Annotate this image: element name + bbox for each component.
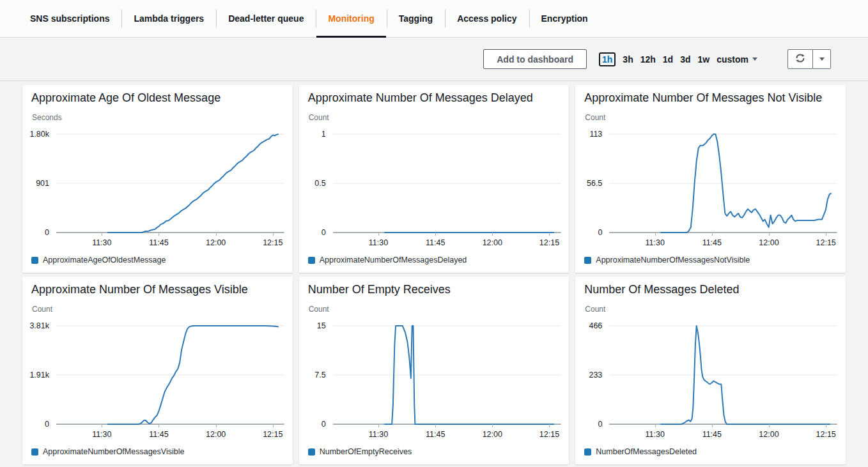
- chart-canvas: [609, 326, 837, 424]
- x-tick-label: 11:45: [149, 430, 168, 439]
- chart-plot-area[interactable]: 157.5011:3011:4512:0012:15: [333, 326, 561, 424]
- tab-encryption[interactable]: Encryption: [529, 0, 600, 37]
- x-tick-mark: [712, 424, 713, 427]
- y-tick-label: 56.5: [587, 179, 602, 188]
- chart-plot-area[interactable]: 3.81k1.91k011:3011:4512:0012:15: [56, 326, 284, 424]
- refresh-options-button[interactable]: [813, 49, 831, 69]
- x-tick-label: 12:15: [263, 238, 283, 247]
- chevron-down-icon: [752, 57, 757, 61]
- y-tick-label: 1.91k: [29, 371, 49, 379]
- tab-access-policy[interactable]: Access policy: [445, 0, 529, 37]
- x-tick-mark: [769, 233, 770, 236]
- time-range-custom-label: custom: [717, 54, 748, 65]
- time-range-custom[interactable]: custom: [717, 54, 757, 65]
- tab-sns-subscriptions[interactable]: SNS subscriptions: [18, 0, 121, 37]
- chart-card-approximate-number-of-messages-delayed: Approximate Number Of Messages Delayed C…: [299, 85, 570, 273]
- x-tick-mark: [492, 424, 493, 427]
- x-tick-mark: [378, 233, 379, 236]
- y-tick-label: 0: [322, 420, 326, 429]
- time-range-3h[interactable]: 3h: [623, 54, 633, 65]
- chart-title: Approximate Number Of Messages Visible: [31, 282, 284, 297]
- tab-bar: SNS subscriptions Lambda triggers Dead-l…: [0, 0, 868, 38]
- refresh-split-button: [787, 49, 831, 69]
- x-tick-label: 12:00: [759, 430, 779, 439]
- x-tick-mark: [549, 233, 550, 236]
- x-tick-label: 11:30: [92, 430, 111, 439]
- y-tick-label: 3.81k: [29, 321, 49, 330]
- chart-plot-area[interactable]: 1.80k901011:3011:4512:0012:15: [56, 134, 284, 233]
- legend-marker-icon: [308, 448, 315, 456]
- x-tick-label: 11:45: [149, 238, 168, 247]
- time-range-12h[interactable]: 12h: [640, 54, 656, 65]
- tab-monitoring[interactable]: Monitoring: [316, 0, 386, 37]
- x-tick-mark: [655, 424, 656, 427]
- y-tick-label: 901: [36, 179, 49, 188]
- legend-series-label: ApproximateAgeOfOldestMessage: [43, 256, 166, 264]
- tab-tagging[interactable]: Tagging: [387, 0, 445, 37]
- x-tick-mark: [655, 233, 656, 236]
- x-tick-mark: [216, 424, 217, 427]
- add-to-dashboard-button[interactable]: Add to dashboard: [483, 49, 587, 69]
- x-tick-mark: [826, 424, 826, 427]
- y-tick-label: 0: [45, 420, 49, 429]
- x-tick-label: 11:30: [645, 430, 664, 439]
- x-tick-label: 12:00: [206, 238, 226, 247]
- chart-title: Approximate Number Of Messages Delayed: [307, 91, 561, 105]
- chart-plot-area[interactable]: 466233011:3011:4512:0012:15: [609, 326, 837, 424]
- chart-unit-label: Count: [585, 113, 837, 122]
- legend-marker-icon: [584, 448, 591, 456]
- legend-series-label: ApproximateNumberOfMessagesNotVisible: [596, 256, 750, 264]
- chart-card-number-of-messages-deleted: Number Of Messages Deleted Count 4662330…: [575, 277, 846, 464]
- chart-canvas: [333, 326, 561, 424]
- legend-series-label: NumberOfEmptyReceives: [320, 447, 412, 456]
- legend-marker-icon: [31, 257, 38, 264]
- chart-card-approximate-age-of-oldest-message: Approximate Age Of Oldest Message Second…: [22, 85, 293, 273]
- y-tick-label: 15: [317, 321, 326, 330]
- chart-card-approximate-number-of-messages-visible: Approximate Number Of Messages Visible C…: [22, 277, 293, 464]
- y-tick-label: 0: [598, 420, 602, 429]
- tab-label: Dead-letter queue: [228, 13, 304, 24]
- chart-canvas: [56, 134, 284, 233]
- x-tick-mark: [102, 424, 102, 427]
- x-tick-label: 11:45: [426, 430, 445, 439]
- x-tick-label: 12:15: [539, 238, 559, 247]
- chart-canvas: [333, 134, 561, 233]
- x-tick-label: 12:15: [816, 238, 836, 247]
- time-range-1w[interactable]: 1w: [698, 54, 710, 65]
- tab-label: Access policy: [457, 13, 516, 24]
- time-range-1d[interactable]: 1d: [663, 54, 673, 65]
- y-tick-label: 466: [589, 321, 602, 330]
- chart-title: Approximate Number Of Messages Not Visib…: [584, 91, 837, 105]
- x-tick-mark: [549, 424, 550, 427]
- x-tick-label: 12:00: [483, 238, 502, 247]
- x-tick-label: 11:30: [92, 238, 111, 247]
- tab-dead-letter-queue[interactable]: Dead-letter queue: [216, 0, 316, 37]
- x-tick-label: 11:30: [369, 430, 388, 439]
- chart-title: Approximate Age Of Oldest Message: [31, 91, 284, 105]
- legend-series-label: ApproximateNumberOfMessagesVisible: [43, 447, 184, 456]
- legend-marker-icon: [584, 257, 591, 264]
- x-tick-mark: [102, 233, 102, 236]
- time-range-3d[interactable]: 3d: [680, 54, 690, 65]
- y-tick-label: 0: [45, 228, 49, 237]
- chart-title: Number Of Empty Receives: [307, 282, 561, 297]
- y-tick-label: 113: [589, 130, 602, 139]
- time-range-1h[interactable]: 1h: [599, 52, 616, 66]
- y-tick-label: 0.5: [314, 179, 325, 188]
- x-tick-label: 12:00: [759, 238, 779, 247]
- refresh-button[interactable]: [787, 49, 813, 69]
- x-tick-label: 12:15: [816, 430, 836, 439]
- y-tick-label: 1: [322, 130, 326, 139]
- x-tick-mark: [435, 424, 436, 427]
- y-tick-label: 0: [322, 228, 326, 237]
- chart-plot-area[interactable]: 10.5011:3011:4512:0012:15: [333, 134, 561, 233]
- tab-lambda-triggers[interactable]: Lambda triggers: [121, 0, 216, 37]
- y-tick-label: 7.5: [314, 371, 325, 379]
- chart-plot-area[interactable]: 11356.5011:3011:4512:0012:15: [609, 134, 837, 233]
- x-tick-label: 12:15: [539, 430, 559, 439]
- x-tick-mark: [159, 424, 159, 427]
- x-tick-label: 12:00: [206, 430, 226, 439]
- x-tick-mark: [216, 233, 217, 236]
- chart-unit-label: Seconds: [32, 113, 284, 122]
- chart-legend: ApproximateNumberOfMessagesVisible: [31, 447, 284, 456]
